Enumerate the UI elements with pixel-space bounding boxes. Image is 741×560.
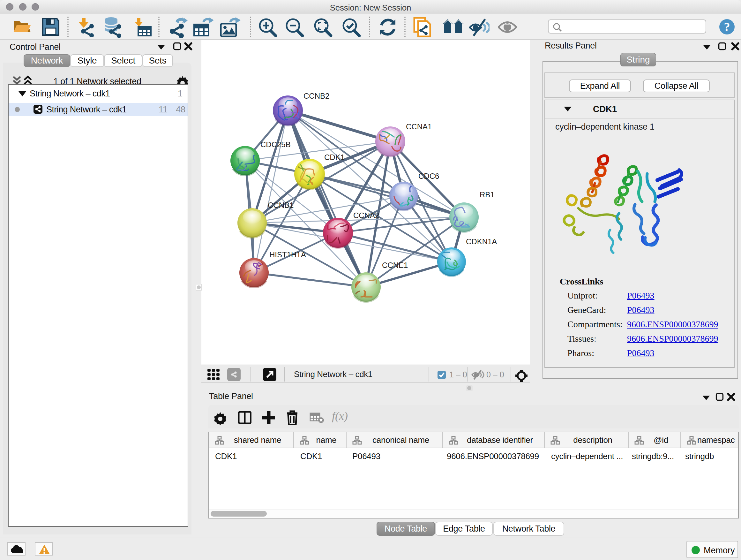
svg-text:CDC6: CDC6 [418,172,439,180]
svg-text:CDKN1A: CDKN1A [466,237,497,246]
svg-text:CCNE1: CCNE1 [382,261,408,269]
svg-text:CDK1: CDK1 [324,153,345,162]
svg-text:HIST1H1A: HIST1H1A [269,250,306,259]
svg-text:CCNA1: CCNA1 [406,122,432,131]
svg-text:RB1: RB1 [480,190,495,199]
svg-text:CCNB2: CCNB2 [304,91,329,100]
svg-text:CCNB1: CCNB1 [268,201,293,209]
svg-text:CDC25B: CDC25B [260,140,291,149]
svg-text:CCNA2: CCNA2 [353,211,379,220]
